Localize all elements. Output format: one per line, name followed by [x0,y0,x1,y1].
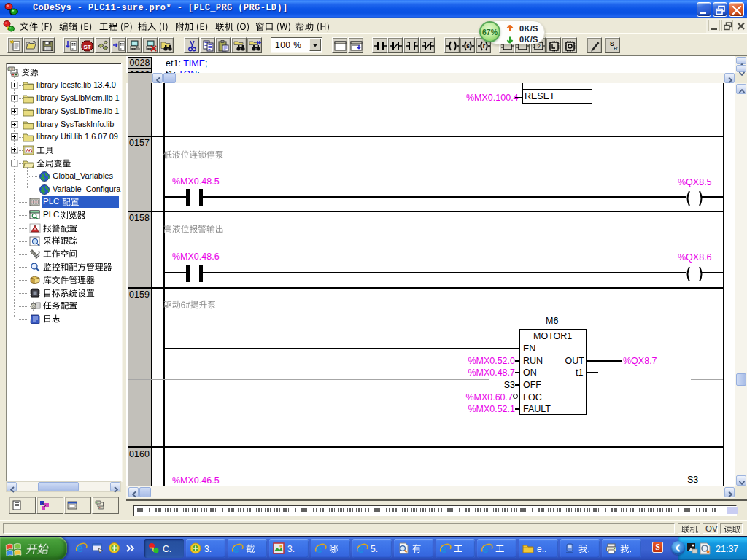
svg-text:e: e [482,542,489,555]
svg-text:R: R [614,45,618,52]
svg-text:?: ? [537,43,541,50]
svg-text:e: e [316,542,322,555]
svg-text:e: e [233,542,239,555]
svg-text:s: s [466,42,470,50]
svg-text:e: e [77,542,83,554]
svg-text:e: e [357,542,364,555]
svg-text:e: e [441,542,447,555]
svg-text:r: r [482,42,485,50]
svg-text:ST: ST [83,44,90,50]
